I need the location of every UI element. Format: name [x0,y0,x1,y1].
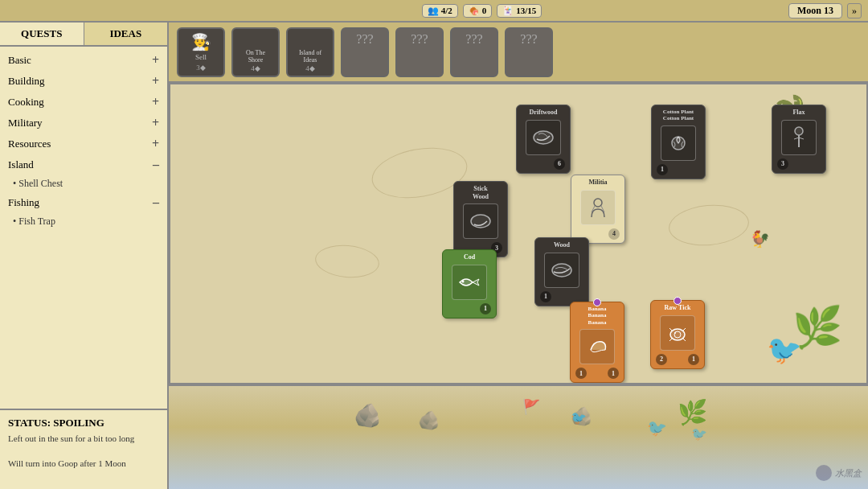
location-bar: 👨‍🍳 Sell 3◆ On TheShore 4◆ Island ofIdea… [169,23,868,83]
banana-count-left: 1 [575,368,587,379]
card-flax[interactable]: Flax 3 [772,105,826,174]
cod-icon [452,265,487,300]
cotton-icon [661,125,696,161]
sell-count: 3◆ [196,64,206,72]
cotton-title: Cotton PlantCotton Plant [663,109,694,122]
food-icon: 🍖 [469,6,480,16]
svg-point-2 [795,127,803,135]
banana-title: BananaBananaBanana [588,306,607,326]
left-tabs: QUESTS IDEAS [0,23,167,47]
rawtick-icon [660,315,695,351]
rawtick-count-right: 1 [688,354,699,365]
main-layout: QUESTS IDEAS Basic + Building + Cooking … [0,23,868,489]
bottom-scenery: 🪨 🪨 🚩 🪨 🌿 🐦 🐦 🐦 水黑盒 [169,384,868,489]
svg-point-0 [534,131,553,144]
pop-value: 4/2 [441,6,452,15]
unknown-4-icon: ??? [520,32,537,47]
unknown-1-icon: ??? [356,32,373,47]
food-value: 0 [482,6,487,15]
militia-icon [580,190,616,225]
cards-value: 13/15 [516,6,536,15]
card-driftwood[interactable]: Driftwood 6 [516,105,571,174]
game-field: 🌴 🌿 🐦 🐓 Driftwood 6 Cotton PlantCot [169,83,868,384]
banana-icon [579,329,615,364]
card-stick-wood[interactable]: StickWood 3 [453,181,508,257]
status-box: STATUS: SPOILING Left out in the sun for… [0,409,167,489]
militia-count: 4 [608,228,620,240]
wood-title: Wood [554,241,570,249]
banana-purple-dot [593,298,601,306]
location-unknown-4[interactable]: ??? [505,27,553,77]
card-wood[interactable]: Wood 1 [534,237,589,306]
flax-count: 3 [777,158,788,170]
moon-badge: Moon 13 [788,3,842,18]
shore-count: 4◆ [251,64,260,72]
top-bar: 👥 4/2 🍖 0 🃏 13/15 Moon 13 » [0,0,868,23]
cotton-bottom: 1 [655,164,702,175]
flax-icon [781,120,817,155]
rawtick-count-left: 2 [656,354,667,365]
unknown-3-icon: ??? [465,32,482,47]
stickwood-icon [463,203,498,239]
flax-title: Flax [792,109,805,117]
category-island[interactable]: Island – [0,154,167,175]
pop-icon: 👥 [428,6,439,16]
tab-quests[interactable]: QUESTS [0,23,84,45]
resource-row: 👥 4/2 🍖 0 🃏 13/15 [422,4,542,18]
driftwood-title: Driftwood [529,109,557,117]
location-unknown-1[interactable]: ??? [341,27,389,77]
svg-point-4 [594,199,602,207]
card-cotton-plant[interactable]: Cotton PlantCotton Plant 1 [651,105,706,179]
cards-icon: 🃏 [502,6,514,16]
location-unknown-2[interactable]: ??? [395,27,444,77]
tab-ideas[interactable]: IDEAS [84,23,168,45]
militia-title: Militia [588,179,607,187]
subitem-fish-trap[interactable]: • Fish Trap [0,213,167,230]
location-sell[interactable]: 👨‍🍳 Sell 3◆ [177,27,225,77]
category-military[interactable]: Military + [0,113,167,134]
game-view: 👨‍🍳 Sell 3◆ On TheShore 4◆ Island ofIdea… [169,23,868,489]
cotton-count-left: 1 [657,164,668,175]
svg-point-9 [674,332,676,334]
banana-bottom: 1 1 [574,368,620,379]
card-raw-tick[interactable]: Raw Tick 2 1 [650,300,705,369]
driftwood-bottom: 6 [520,158,567,170]
card-militia[interactable]: Militia 4 [571,175,625,244]
location-on-the-shore[interactable]: On TheShore 4◆ [231,27,280,77]
sell-icon: 👨‍🍳 [191,32,211,51]
category-cooking[interactable]: Cooking + [0,92,167,113]
quest-list: Basic + Building + Cooking + Military + … [0,47,167,409]
category-basic[interactable]: Basic + [0,50,167,71]
banana-count-right: 1 [608,368,619,379]
advance-button[interactable]: » [847,3,862,18]
driftwood-icon [526,120,561,155]
ideas-count: 4◆ [305,64,315,72]
shore-label: On TheShore [246,50,265,64]
cod-title: Cod [464,253,475,261]
wood-icon [544,253,579,288]
flax-bottom: 3 [776,158,822,170]
subitem-shell-chest[interactable]: • Shell Chest [0,175,167,192]
location-island-of-ideas[interactable]: Island ofIdeas 4◆ [286,27,334,77]
unknown-2-icon: ??? [411,32,428,47]
status-text: Left out in the sun for a bit too long W… [8,433,159,470]
cards-badge: 🃏 13/15 [497,4,542,18]
food-badge: 🍖 0 [463,4,493,18]
stickwood-title: StickWood [473,185,489,200]
watermark: 水黑盒 [816,465,862,483]
cod-bottom: 1 [446,303,493,314]
ideas-label: Island ofIdeas [299,50,321,64]
rawtick-title: Raw Tick [665,304,691,312]
card-banana[interactable]: BananaBananaBanana 1 1 [570,302,624,383]
status-title: STATUS: SPOILING [8,417,159,429]
rawtick-purple-dot [674,297,682,305]
category-building[interactable]: Building + [0,71,167,92]
location-unknown-3[interactable]: ??? [450,27,498,77]
svg-point-5 [462,280,465,282]
driftwood-count: 6 [554,158,565,170]
left-panel: QUESTS IDEAS Basic + Building + Cooking … [0,23,169,489]
category-resources[interactable]: Resources + [0,134,167,154]
category-fishing[interactable]: Fishing – [0,192,167,213]
card-cod[interactable]: Cod 1 [442,249,497,318]
cod-count: 1 [480,303,491,314]
